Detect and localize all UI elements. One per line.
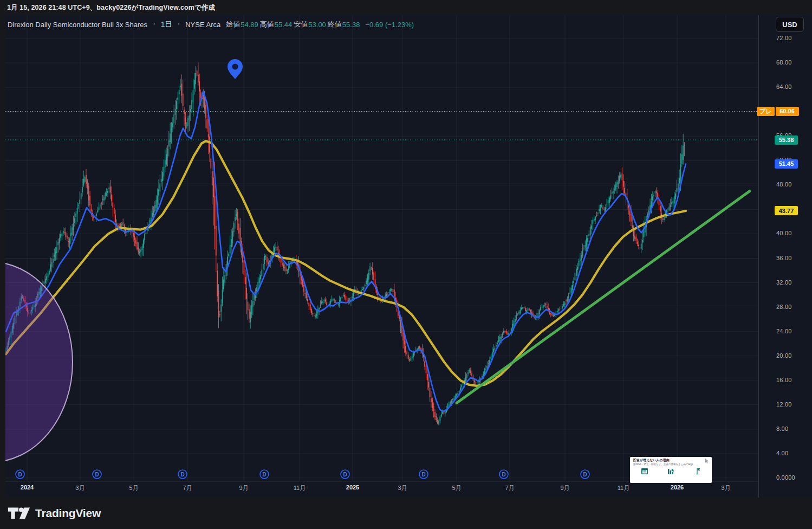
price-axis[interactable]: 72.0068.0064.0056.0052.0048.0040.0036.00… <box>758 15 812 498</box>
tradingview-logomark-icon <box>8 507 30 520</box>
ellipse-drawing[interactable] <box>0 262 73 462</box>
ad-popup-icons <box>630 466 712 477</box>
ohlc-values-row: 始値54.89高値55.44安値53.00終値55.38 <box>224 20 360 29</box>
footer-bar: TradingView <box>0 498 812 529</box>
price-axis-label: 48.00 <box>776 181 792 188</box>
time-axis-label: 2024 <box>21 484 34 491</box>
slow-ma-line[interactable] <box>6 141 686 386</box>
attribution-text: 1月 15, 2026 21:48 UTC+9、backy0226がTradin… <box>7 3 215 12</box>
time-axis-label: 11月 <box>618 484 629 492</box>
price-badge-value: 51.45 <box>775 159 798 169</box>
dividend-markers[interactable]: DDDDDDDD <box>16 470 589 479</box>
price-axis-label: 12.00 <box>776 401 792 408</box>
svg-text:D: D <box>502 472 505 478</box>
price-axis-label: 32.00 <box>776 279 792 286</box>
exchange-label: NYSE Arca <box>185 21 220 29</box>
svg-text:D: D <box>421 472 425 478</box>
time-axis-label: 5月 <box>129 484 138 492</box>
price-axis-label: 28.00 <box>776 304 792 310</box>
svg-text:D: D <box>583 472 587 478</box>
chart-region: DDDDDDDD Direxion Daily Semiconductor Bu… <box>0 15 812 498</box>
premarket-prefix: プレ <box>757 107 775 116</box>
premarket-price-badge: プレ60.06 <box>757 107 799 116</box>
attribution-bar: 1月 15, 2026 21:48 UTC+9、backy0226がTradin… <box>0 0 812 15</box>
calendar-icon <box>641 467 648 477</box>
price-axis-label: 68.00 <box>776 59 792 66</box>
time-axis-label: 2026 <box>671 484 684 491</box>
tradingview-logo[interactable]: TradingView <box>8 507 101 520</box>
price-axis-label: 40.00 <box>776 230 792 236</box>
price-badge-value: 55.38 <box>775 136 798 145</box>
separator-dot: ・ <box>151 20 158 29</box>
map-pin-marker[interactable] <box>228 59 243 79</box>
ohlc-value: 53.00 <box>308 21 326 29</box>
time-axis-label: 3月 <box>398 484 407 492</box>
price-badge: 43.77 <box>775 206 798 215</box>
ohlc-value: 55.44 <box>275 21 293 29</box>
time-axis-label: 9月 <box>560 484 569 492</box>
price-badge: 51.45 <box>775 159 798 169</box>
price-axis-label: 16.00 <box>776 377 792 383</box>
ohlc-value: 55.38 <box>342 21 360 29</box>
symbol-ohlc-header: Direxion Daily Semiconductor Bull 3x Sha… <box>8 20 414 29</box>
price-axis-label: 0.0000 <box>776 474 795 481</box>
ohlc-label: 高値 <box>260 20 274 29</box>
time-axis-label: 3月 <box>75 484 85 492</box>
time-axis-label: 11月 <box>294 484 306 492</box>
time-axis-label: 9月 <box>239 484 248 492</box>
time-axis-label: 7月 <box>505 484 514 492</box>
svg-text:D: D <box>180 472 184 478</box>
price-axis-label: 20.00 <box>776 352 792 359</box>
price-change: −0.69 (−1.23%) <box>365 21 414 29</box>
price-chart-canvas[interactable]: DDDDDDDD <box>0 15 812 498</box>
price-axis-label: 36.00 <box>776 255 792 261</box>
price-badge-value: 60.06 <box>776 107 799 116</box>
price-axis-label: 72.00 <box>776 35 792 41</box>
trendline-drawing[interactable] <box>457 191 750 403</box>
grid <box>5 15 758 481</box>
time-axis-label: 3月 <box>721 484 730 492</box>
symbol-title: Direxion Daily Semiconductor Bull 3x Sha… <box>8 21 147 29</box>
svg-text:D: D <box>95 472 99 478</box>
tradingview-snapshot-page: 1月 15, 2026 21:48 UTC+9、backy0226がTradin… <box>0 0 812 529</box>
ohlc-label: 安値 <box>294 20 308 29</box>
time-axis-label: 5月 <box>452 484 461 492</box>
currency-usd-button[interactable]: USD <box>776 17 804 32</box>
time-axis-label: 2025 <box>346 484 359 491</box>
svg-text:D: D <box>262 472 266 478</box>
price-badge: 55.38 <box>775 136 798 145</box>
fast-ma-line[interactable] <box>6 92 686 411</box>
price-badge-value: 43.77 <box>775 206 798 215</box>
ad-popup-title: 貯金が増えない人の理由 <box>633 459 709 462</box>
ohlc-label: 終値 <box>328 20 342 29</box>
cursor-icon <box>705 459 709 463</box>
ohlc-value: 54.89 <box>241 21 258 29</box>
price-axis-label: 8.00 <box>776 425 788 432</box>
separator-dot: ・ <box>175 20 182 29</box>
time-axis-label: 7月 <box>183 484 192 492</box>
price-axis-label: 24.00 <box>776 328 792 334</box>
svg-text:D: D <box>343 472 347 478</box>
candlestick-series <box>5 62 685 425</box>
svg-text:D: D <box>18 472 22 478</box>
plot-area[interactable]: DDDDDDDD <box>0 15 758 481</box>
ad-popup[interactable]: 貯金が増えない人の理由 新NISA・積立・比較など、お金の情報をまとめて解説 <box>630 457 712 483</box>
ohlc-label: 始値 <box>226 20 240 29</box>
flag-icon <box>693 467 701 477</box>
tradingview-brand-text: TradingView <box>35 507 101 520</box>
price-axis-label: 4.00 <box>776 450 788 456</box>
left-edge-strip <box>0 15 5 498</box>
price-axis-label: 64.00 <box>776 83 792 90</box>
declining-chart-icon <box>667 467 675 477</box>
interval-label: 1日 <box>161 20 172 29</box>
